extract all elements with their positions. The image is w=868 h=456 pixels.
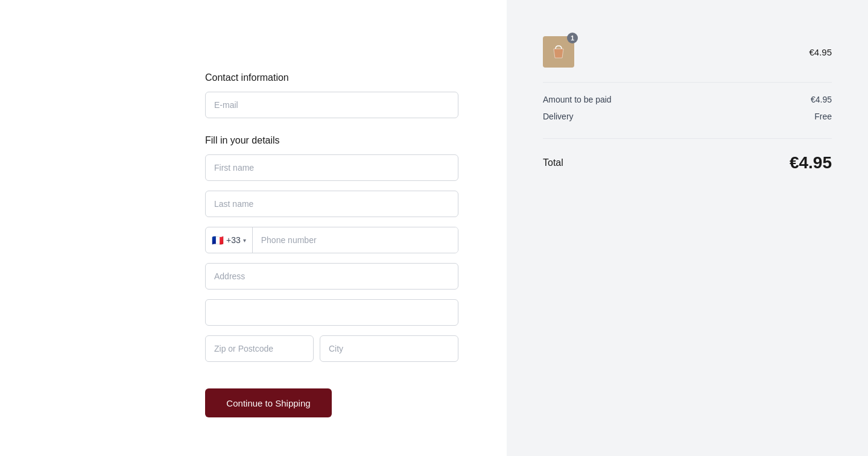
phone-number-field[interactable] — [253, 227, 458, 253]
form-container: Contact information Fill in your details… — [205, 72, 458, 417]
france-flag-icon: 🇫🇷 — [212, 235, 224, 246]
country-group: France — [205, 299, 458, 326]
item-price: €4.95 — [809, 47, 832, 57]
last-name-group — [205, 191, 458, 217]
first-name-group — [205, 154, 458, 181]
amount-line: Amount to be paid €4.95 — [543, 95, 832, 104]
address-group — [205, 263, 458, 290]
total-value: €4.95 — [790, 153, 832, 173]
details-section-title: Fill in your details — [205, 135, 458, 146]
contact-section: Contact information — [205, 72, 458, 118]
item-image-wrapper: 1 — [543, 36, 574, 68]
phone-group: 🇫🇷 +33 ▾ — [205, 227, 458, 253]
delivery-line: Delivery Free — [543, 112, 832, 121]
phone-prefix-selector[interactable]: 🇫🇷 +33 ▾ — [206, 227, 253, 253]
amount-value: €4.95 — [811, 95, 832, 104]
amount-label: Amount to be paid — [543, 95, 612, 104]
left-panel: Contact information Fill in your details… — [0, 0, 507, 456]
contact-section-title: Contact information — [205, 72, 458, 83]
country-field[interactable]: France — [205, 299, 458, 326]
right-panel: 1 €4.95 Amount to be paid €4.95 Delivery… — [507, 0, 868, 456]
details-section: Fill in your details 🇫🇷 +33 ▾ — [205, 135, 458, 417]
phone-wrapper: 🇫🇷 +33 ▾ — [205, 227, 458, 253]
item-quantity-badge: 1 — [567, 33, 578, 43]
address-field[interactable] — [205, 263, 458, 290]
zip-city-group — [205, 335, 458, 362]
last-name-field[interactable] — [205, 191, 458, 217]
zip-field[interactable] — [205, 335, 314, 362]
delivery-value: Free — [814, 112, 832, 121]
email-field[interactable] — [205, 92, 458, 118]
total-label: Total — [543, 157, 563, 168]
summary-divider — [543, 138, 832, 139]
order-item: 1 €4.95 — [543, 36, 832, 83]
city-field[interactable] — [320, 335, 458, 362]
phone-prefix-value: +33 — [226, 235, 241, 245]
chevron-down-icon: ▾ — [243, 237, 246, 244]
first-name-field[interactable] — [205, 154, 458, 181]
delivery-label: Delivery — [543, 112, 574, 121]
continue-to-shipping-button[interactable]: Continue to Shipping — [205, 388, 332, 417]
total-row: Total €4.95 — [543, 153, 832, 173]
